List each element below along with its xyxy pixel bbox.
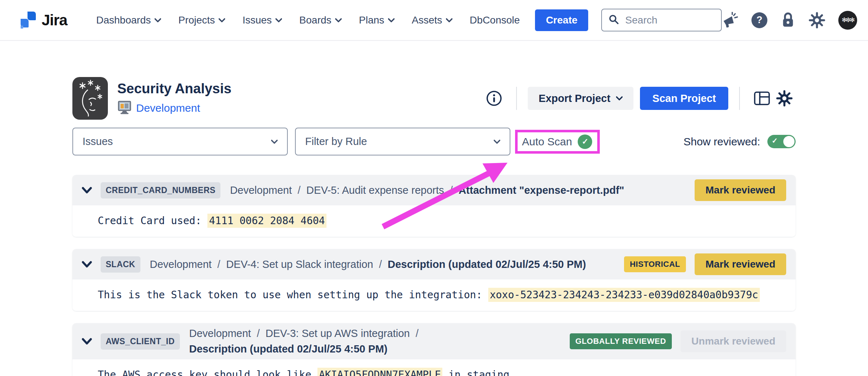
- primary-nav: Dashboards Projects Issues Boards Plans …: [96, 14, 520, 26]
- finding-card-aws: AWS_CLIENT_ID Development / DEV-3: Set u…: [72, 323, 796, 376]
- details-panel-icon[interactable]: [751, 87, 773, 110]
- scan-project-button[interactable]: Scan Project: [640, 87, 728, 110]
- breadcrumb-field: Description (updated 02/Jul/25 4:50 PM): [388, 258, 586, 270]
- finding-snippet: This is the Slack token to use when sett…: [98, 289, 781, 301]
- export-project-button[interactable]: Export Project: [528, 87, 633, 110]
- breadcrumb-separator: /: [416, 328, 418, 339]
- rule-badge: AWS_CLIENT_ID: [101, 333, 180, 350]
- finding-header: AWS_CLIENT_ID Development / DEV-3: Set u…: [72, 323, 796, 359]
- finding-body: The AWS access key should look like AKIA…: [72, 359, 796, 376]
- annotation-highlight-box: Auto Scan ✓: [515, 130, 600, 154]
- historical-badge: HISTORICAL: [624, 256, 686, 272]
- project-breadcrumb-link[interactable]: Development: [136, 102, 200, 114]
- chevron-down-icon: [494, 140, 500, 144]
- settings-gear-icon[interactable]: [809, 12, 825, 29]
- info-icon[interactable]: [483, 87, 505, 110]
- chevron-down-icon: [446, 18, 452, 22]
- user-avatar[interactable]: ✻✼✻: [838, 11, 857, 30]
- breadcrumb-field: Attachment "expense-report.pdf": [459, 184, 624, 196]
- expand-chevron-icon[interactable]: [82, 187, 92, 194]
- show-reviewed-label: Show reviewed:: [683, 136, 760, 148]
- expand-chevron-icon[interactable]: [82, 338, 92, 345]
- globally-reviewed-badge: GLOBALLY REVIEWED: [570, 333, 672, 349]
- chevron-down-icon: [155, 18, 161, 22]
- expand-chevron-icon[interactable]: [82, 261, 92, 268]
- finding-header: SLACK Development / DEV-4: Set up Slack …: [72, 249, 796, 279]
- breadcrumb-separator: /: [298, 184, 300, 196]
- show-reviewed-group: Show reviewed: ✓: [683, 135, 796, 148]
- lock-icon[interactable]: [780, 12, 796, 29]
- breadcrumb-project[interactable]: Development: [230, 184, 292, 196]
- finding-actions: HISTORICAL Mark reviewed: [615, 253, 786, 275]
- nav-item-assets[interactable]: Assets: [412, 14, 452, 26]
- help-icon[interactable]: ?: [751, 12, 767, 28]
- search-box[interactable]: [601, 9, 722, 31]
- divider: [516, 87, 517, 110]
- nav-item-issues[interactable]: Issues: [243, 14, 282, 26]
- issues-dropdown[interactable]: Issues: [72, 128, 288, 155]
- page-title: Security Analysis: [117, 81, 231, 97]
- breadcrumb-separator: /: [218, 258, 220, 270]
- filter-by-rule-dropdown[interactable]: Filter by Rule: [295, 128, 510, 155]
- show-reviewed-toggle[interactable]: ✓: [767, 135, 796, 148]
- breadcrumb: Development / DEV-4: Set up Slack integr…: [150, 258, 615, 270]
- main-content: Security Analysis Development Export Pro…: [0, 77, 868, 376]
- breadcrumb-project[interactable]: Development: [150, 258, 212, 270]
- finding-snippet: The AWS access key should look like AKIA…: [98, 369, 781, 376]
- project-subtitle: Development: [117, 100, 231, 116]
- project-header: Security Analysis Development Export Pro…: [72, 77, 796, 120]
- mark-reviewed-button[interactable]: Mark reviewed: [695, 253, 786, 275]
- jira-logo[interactable]: Jira: [20, 10, 67, 30]
- toggle-knob: [783, 136, 795, 147]
- auto-scan-enabled-check-icon: ✓: [578, 134, 592, 149]
- nav-icon-group: ? ✻✼✻: [722, 11, 857, 30]
- search-input[interactable]: [625, 14, 705, 26]
- breadcrumb: Development / DEV-5: Audit expense repor…: [230, 184, 686, 196]
- avatar-snowflake-art: ✻✼✻: [838, 11, 857, 30]
- breadcrumb-issue[interactable]: DEV-4: Set up Slack integration: [226, 258, 373, 270]
- breadcrumb-separator: /: [450, 184, 453, 196]
- nav-item-dbconsole[interactable]: DbConsole: [470, 14, 520, 26]
- finding-card-credit-card: CREDIT_CARD_NUMBERS Development / DEV-5:…: [72, 175, 796, 237]
- divider: [739, 87, 740, 110]
- breadcrumb-issue[interactable]: DEV-3: Set up AWS integration: [265, 328, 410, 339]
- finding-body: This is the Slack token to use when sett…: [72, 279, 796, 311]
- announcements-megaphone-icon[interactable]: [722, 12, 738, 29]
- breadcrumb-issue[interactable]: DEV-5: Audit expense reports: [306, 184, 444, 196]
- breadcrumb: Development / DEV-3: Set up AWS integrat…: [189, 328, 561, 355]
- finding-actions: Mark reviewed: [686, 179, 786, 201]
- toggle-check-icon: ✓: [772, 136, 778, 145]
- jira-logo-text: Jira: [42, 12, 67, 29]
- rule-badge: CREDIT_CARD_NUMBERS: [101, 182, 220, 198]
- breadcrumb-field: Description (updated 02/Jul/25 4:50 PM): [189, 343, 388, 355]
- nav-item-projects[interactable]: Projects: [178, 14, 225, 26]
- chevron-down-icon: [271, 140, 278, 144]
- auto-scan-label: Auto Scan: [522, 136, 572, 148]
- sensitive-value-highlight: AKIAIO5FODNN7EXAMPLE: [317, 368, 442, 376]
- jira-app: Jira Dashboards Projects Issues Boards P…: [0, 0, 868, 376]
- rule-badge: SLACK: [101, 256, 140, 273]
- chevron-down-icon: [219, 18, 225, 22]
- chevron-down-icon: [335, 18, 342, 22]
- finding-actions: GLOBALLY REVIEWED Unmark reviewed: [561, 330, 786, 352]
- finding-body: Credit Card used: 4111 0062 2084 4604: [72, 205, 796, 237]
- breadcrumb-separator: /: [257, 328, 260, 339]
- chevron-down-icon: [616, 96, 623, 101]
- breadcrumb-project[interactable]: Development: [189, 328, 251, 339]
- create-button[interactable]: Create: [535, 9, 588, 31]
- nav-item-plans[interactable]: Plans: [359, 14, 395, 26]
- jira-logo-icon: [20, 10, 37, 30]
- unmark-reviewed-button[interactable]: Unmark reviewed: [681, 330, 786, 352]
- nav-item-dashboards[interactable]: Dashboards: [96, 14, 161, 26]
- breadcrumb-separator: /: [379, 258, 382, 270]
- top-navigation: Jira Dashboards Projects Issues Boards P…: [0, 0, 868, 41]
- auto-scan-status[interactable]: Auto Scan ✓: [522, 134, 592, 149]
- header-actions: Export Project Scan Project: [483, 87, 796, 110]
- search-icon: [608, 14, 619, 26]
- project-settings-gear-icon[interactable]: [773, 87, 796, 110]
- mark-reviewed-button[interactable]: Mark reviewed: [695, 179, 786, 201]
- findings-list: CREDIT_CARD_NUMBERS Development / DEV-5:…: [72, 175, 796, 376]
- chevron-down-icon: [388, 18, 395, 22]
- nav-item-boards[interactable]: Boards: [299, 14, 342, 26]
- filter-row: Issues Filter by Rule Auto Scan ✓ Show r…: [72, 128, 796, 155]
